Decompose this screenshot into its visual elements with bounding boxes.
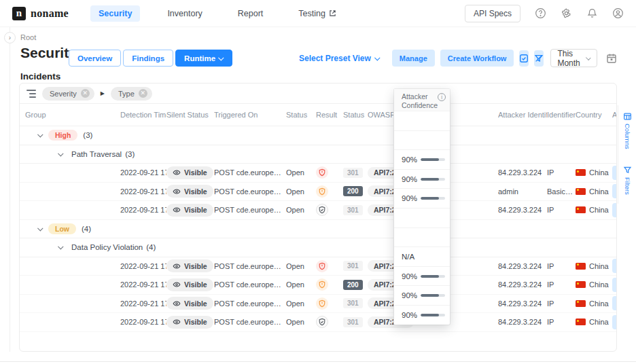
country-label: China [589,187,609,196]
account-icon[interactable] [612,7,624,20]
col-header-country[interactable]: Country [576,111,612,119]
triggered-on-cell: POST cde.europe… [214,206,286,214]
chevron-down-icon[interactable] [37,132,43,137]
col-header-silent-status[interactable]: Silent Status [166,111,214,119]
tab-overview[interactable]: Overview [69,50,121,67]
silent-status-badge: Visible [166,259,213,272]
view-attacker-button[interactable]: View Attacker [612,203,617,217]
view-attacker-button[interactable]: View Attacker [612,184,617,198]
nav-item-report-label: Report [238,9,264,18]
group-count: (3) [83,131,92,139]
table-row[interactable]: 2022-09-21 17:11 Visible POST cde.europe… [20,295,616,314]
noname-logo[interactable]: n noname [12,7,69,20]
detection-time-cell: 2022-09-21 17:11 [120,280,166,289]
nav-item-inventory[interactable]: Inventory [159,5,210,22]
table-row[interactable]: 2022-09-21 17:11 Visible POST cde.europe… [20,183,616,202]
view-attacker-button[interactable]: View Attacker [612,166,617,180]
subgroup-count: (4) [146,243,156,251]
identifier-cell: IP [547,318,576,326]
date-range-select[interactable]: This Month [550,49,597,67]
side-tab-filters[interactable]: Filters [623,166,632,195]
create-workflow-button[interactable]: Create Workflow [440,50,514,67]
table-row[interactable]: 2022-09-21 17:11 Visible POST cde.europe… [20,313,616,332]
identifier-cell: IP [547,299,576,308]
nav-item-report[interactable]: Report [230,5,272,22]
bulk-select-button[interactable] [519,50,529,67]
status-cell: Open [286,299,313,308]
silent-status-badge: Visible [166,316,213,329]
group-row-high[interactable]: High (3) [20,126,616,145]
tab-runtime[interactable]: Runtime [175,50,232,67]
col-header-detection-time[interactable]: Detection Time [120,111,166,119]
view-attacker-button[interactable]: View Attacker [612,259,617,273]
attacker-confidence-floating-column[interactable]: Attacker Confidence i 90% 90% 90% N/A 90… [394,89,450,325]
remove-chip-icon[interactable]: ✕ [139,89,147,98]
confidence-cell: 90% [394,188,450,208]
columns-icon [623,112,632,121]
clear-filters-button[interactable] [534,50,544,67]
col-header-attacker-identifier[interactable]: Attacker Identifier [498,111,547,119]
view-attacker-button[interactable]: View Attacker [612,315,617,329]
notifications-bell-icon[interactable] [586,7,598,20]
group-chip-type[interactable]: Type ✕ [111,87,152,101]
group-row-low[interactable]: Low (4) [20,220,616,239]
table-row[interactable]: 2022-09-21 17:11 Visible POST cde.europe… [20,201,616,220]
select-preset-view-dropdown[interactable]: Select Preset View [299,54,380,63]
nav-item-testing[interactable]: Testing [290,5,344,22]
group-chip-severity-label: Severity [50,90,77,98]
china-flag-icon [576,281,586,288]
view-attacker-button[interactable]: View Attacker [612,278,617,292]
col-header-status2[interactable]: Status [343,111,368,119]
col-header-status[interactable]: Status [286,111,313,119]
attacker-confidence-header[interactable]: Attacker Confidence i [394,89,450,111]
tab-findings[interactable]: Findings [123,50,173,67]
info-icon[interactable]: i [438,93,446,101]
col-header-identifier[interactable]: Identifier [547,111,576,119]
col-header-group[interactable]: Group [20,111,120,119]
subgroup-row-path-traversal[interactable]: Path Traversal (3) [20,145,616,164]
nav-item-security[interactable]: Security [90,5,140,22]
identifier-cell: IP [547,262,576,270]
http-status-badge: 301 [343,298,363,308]
group-by-icon[interactable] [26,90,36,98]
date-range-value: This Month [557,49,587,68]
api-specs-button[interactable]: API Specs [465,5,520,22]
side-tab-columns[interactable]: Columns [623,112,632,149]
subgroup-count: (3) [125,150,135,158]
view-attacker-button[interactable]: View Attacker [612,296,617,310]
caret-right-icon: ▶ [101,90,105,96]
status-cell: Open [286,168,313,177]
settings-gear-icon[interactable] [560,7,572,20]
confidence-cell: 90% [394,169,450,189]
expand-sidebar-button[interactable]: › [4,32,16,43]
col-header-triggered-on[interactable]: Triggered On [214,111,286,119]
confidence-cell: 90% [394,285,450,305]
help-icon[interactable] [534,7,546,20]
chevron-down-icon[interactable] [37,225,43,231]
col-header-actions[interactable]: Actions [612,111,617,119]
manage-button[interactable]: Manage [392,50,435,67]
confidence-cell [394,111,450,130]
table-row[interactable]: 2022-09-21 17:11 Visible POST cde.europe… [20,164,616,183]
subgroup-row-data-policy-violation[interactable]: Data Policy Violation (4) [20,238,616,257]
confidence-cell [394,208,450,228]
eye-icon [173,299,181,308]
shield-check-icon [316,316,328,328]
table-row[interactable]: 2022-09-21 17:11 Visible POST cde.europe… [20,257,616,276]
attacker-identifier-cell: 84.229.3.224 [498,299,547,308]
shield-warning-icon [316,185,328,198]
col-header-result[interactable]: Result [313,111,343,119]
breadcrumb[interactable]: Root [20,33,36,41]
table-row[interactable]: 2022-09-21 17:11 Visible POST cde.europe… [20,276,616,295]
silent-status-badge: Visible [166,297,213,310]
noname-logo-text: noname [31,7,69,20]
chevron-down-icon[interactable] [58,244,63,249]
calendar-icon-button[interactable] [606,52,617,65]
chevron-down-icon[interactable] [58,151,63,156]
detection-time-cell: 2022-09-21 17:11 [120,318,166,326]
group-chip-severity[interactable]: Severity ✕ [42,87,94,101]
subgroup-label: Path Traversal [71,150,122,158]
http-status-badge: 301 [343,205,363,215]
remove-chip-icon[interactable]: ✕ [81,89,90,98]
silent-status-badge: Visible [166,185,213,198]
